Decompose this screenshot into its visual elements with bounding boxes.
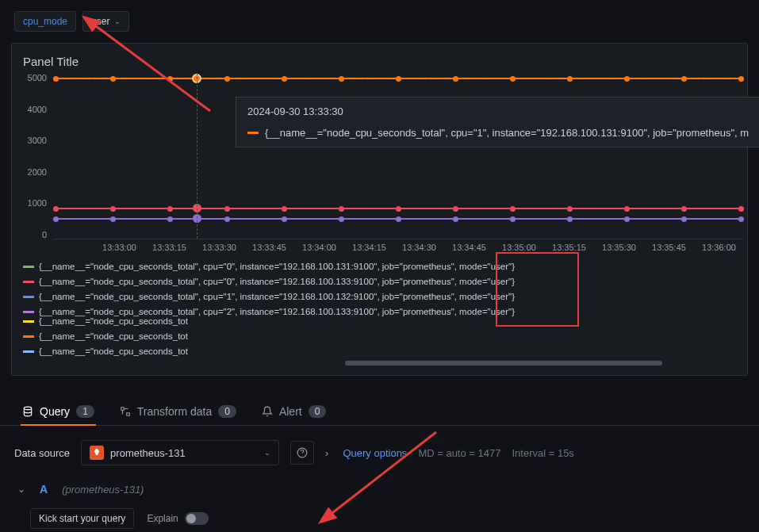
explain-label: Explain xyxy=(147,513,178,524)
hover-line xyxy=(197,73,197,239)
chevron-down-icon: ⌄ xyxy=(114,17,121,25)
y-axis: 5000 4000 3000 2000 1000 0 xyxy=(12,73,52,239)
explain-toggle[interactable] xyxy=(185,512,209,525)
query-ref-id[interactable]: A xyxy=(40,483,48,496)
legend-swatch xyxy=(23,266,34,268)
datasource-row: Data source prometheus-131 ⌄ › Query opt… xyxy=(0,426,759,475)
chevron-right-icon: › xyxy=(325,447,328,459)
legend-item[interactable]: {__name__="node_cpu_seconds_total", cpu=… xyxy=(23,262,602,271)
chart-tooltip: 2024-09-30 13:33:30 {__name__="node_cpu_… xyxy=(236,97,759,147)
legend-swatch xyxy=(23,281,34,283)
explain-toggle-wrap: Explain xyxy=(147,512,208,525)
series-line xyxy=(53,208,744,209)
variable-value-label: user xyxy=(91,16,109,27)
series-line xyxy=(53,218,744,220)
tab-count: 0 xyxy=(309,405,327,418)
query-meta-interval: Interval = 15s xyxy=(512,447,573,459)
query-header: ⌄ A (prometheus-131) xyxy=(0,475,759,503)
datasource-select[interactable]: prometheus-131 ⌄ xyxy=(81,440,279,465)
database-icon xyxy=(22,406,33,417)
tab-query[interactable]: Query 1 xyxy=(21,399,96,426)
query-datasource-name: (prometheus-131) xyxy=(62,484,144,496)
x-axis: 13:33:0013:33:1513:33:3013:33:4513:34:00… xyxy=(53,239,744,252)
datasource-name: prometheus-131 xyxy=(110,447,186,459)
series-line xyxy=(53,78,744,79)
legend-swatch xyxy=(23,350,34,353)
collapse-chevron-icon[interactable]: ⌄ xyxy=(17,484,25,495)
query-options-toggle[interactable]: Query options xyxy=(343,447,407,459)
legend-scrollbar[interactable] xyxy=(345,361,662,366)
bell-icon xyxy=(262,406,273,417)
legend-swatch xyxy=(23,335,34,338)
panel: Panel Title 5000 4000 3000 2000 1000 0 xyxy=(11,43,748,376)
legend-swatch xyxy=(23,296,34,298)
legend-item[interactable]: {__name__="node_cpu_seconds_tot xyxy=(23,346,188,356)
legend-item[interactable]: {__name__="node_cpu_seconds_total", cpu=… xyxy=(23,307,602,316)
datasource-label: Data source xyxy=(14,447,70,459)
tab-count: 0 xyxy=(218,405,236,418)
svg-point-0 xyxy=(24,407,31,410)
legend: {__name__="node_cpu_seconds_total", cpu=… xyxy=(12,255,747,356)
tooltip-series-text: {__name__="node_cpu_seconds_total", cpu=… xyxy=(265,127,749,139)
legend-swatch xyxy=(23,320,34,323)
tab-count: 1 xyxy=(76,405,94,418)
variable-name-chip[interactable]: cpu_mode xyxy=(14,11,76,32)
plot-area: 2024-09-30 13:33:30 {__name__="node_cpu_… xyxy=(53,73,744,239)
kickstart-button[interactable]: Kick start your query xyxy=(30,508,134,529)
tabs: Query 1 Transform data 0 Alert 0 xyxy=(0,385,759,426)
legend-item[interactable]: {__name__="node_cpu_seconds_total", cpu=… xyxy=(23,277,602,286)
chevron-down-icon: ⌄ xyxy=(264,449,270,457)
legend-item[interactable]: {__name__="node_cpu_seconds_tot xyxy=(23,331,188,341)
transform-icon xyxy=(120,406,131,417)
panel-title: Panel Title xyxy=(12,52,747,73)
legend-swatch xyxy=(23,311,34,313)
prometheus-icon xyxy=(90,446,104,460)
tab-alert[interactable]: Alert 0 xyxy=(260,399,328,426)
chart[interactable]: 5000 4000 3000 2000 1000 0 xyxy=(12,73,747,255)
variable-value-dropdown[interactable]: user ⌄ xyxy=(82,11,129,32)
tooltip-timestamp: 2024-09-30 13:33:30 xyxy=(247,105,759,117)
query-meta-md: MD = auto = 1477 xyxy=(418,447,500,459)
tab-transform[interactable]: Transform data 0 xyxy=(118,399,238,426)
legend-item[interactable]: {__name__="node_cpu_seconds_tot xyxy=(23,316,188,326)
tooltip-swatch xyxy=(247,132,259,134)
help-button[interactable] xyxy=(290,441,314,465)
query-tools: Kick start your query Explain xyxy=(0,503,759,532)
legend-item[interactable]: {__name__="node_cpu_seconds_total", cpu=… xyxy=(23,292,602,301)
